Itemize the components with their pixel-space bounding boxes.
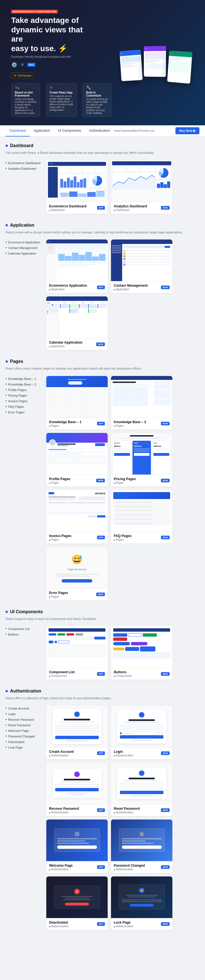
comp-checkbox-example: [55, 641, 57, 643]
card-faq[interactable]: FAQ Pages Pages NEW: [111, 490, 172, 544]
card-welcome-name: Welcome Page: [49, 864, 73, 867]
card-password-changed[interactable]: 🔒 Password Changed Authentication: [111, 819, 172, 873]
sidebar-item-create-account[interactable]: Create Account: [6, 706, 42, 711]
sidebar-item-ecommerce-app[interactable]: Ecommerce Application: [6, 240, 42, 245]
card-profile-info: Profile Pages Pages: [49, 477, 70, 484]
card-profile[interactable]: Profile Pages Pages NEW: [46, 433, 108, 487]
card-password-changed-preview: 🔒: [111, 819, 172, 861]
sidebar-item-invoice[interactable]: Invoice Pages: [6, 398, 42, 404]
nav-ui-components[interactable]: UI Components: [54, 125, 85, 137]
sidebar-item-buttons[interactable]: Buttons: [6, 632, 42, 637]
card-lock-page-info: Lock Page Authentication: [114, 921, 133, 928]
sidebar-item-kb2[interactable]: Knowledge Base – 2: [6, 382, 42, 387]
comp-badge-green: [57, 633, 65, 636]
hero-feature-create: ⚛ Create React App Vite supports you to …: [46, 83, 77, 117]
card-buttons[interactable]: Buttons Components NEW: [111, 626, 172, 680]
nav-authentication[interactable]: Authentication: [85, 125, 114, 137]
authentication-content: Create Account Login Recover Password Re…: [6, 706, 199, 930]
card-component-list-info: Component List Components: [49, 670, 75, 678]
card-lock-page[interactable]: 🔐 Lock Page Authenticat: [111, 877, 172, 930]
sidebar-item-analytics-dashboard[interactable]: Analytics Dashboard: [6, 166, 42, 171]
sidebar-item-login[interactable]: Login: [6, 711, 42, 717]
sidebar-item-kb1[interactable]: Knowledge Base – 1: [6, 376, 42, 382]
lock-icon: 🔐: [139, 888, 145, 893]
card-calendar-badge: NEW: [96, 342, 105, 346]
nav-buy-button[interactable]: Buy Now ▶: [175, 127, 199, 134]
card-ecommerce-category: Dashboard: [49, 208, 86, 212]
card-reset-password[interactable]: Reset Password Authentication NEW: [111, 762, 172, 816]
hero-preview-box[interactable]: Full Preview: [11, 72, 34, 79]
hero-feature-customizer: 🔧 Built-in Customizer To speed setting u…: [83, 83, 111, 117]
card-ecommerce-footer: Ecommerce Dashboard Dashboard APP: [46, 202, 108, 214]
card-deactivated[interactable]: ✕ Deactivated Authentica: [46, 877, 108, 930]
deact-icon: ✕: [74, 889, 80, 894]
card-buttons-category: Components: [114, 675, 132, 678]
nav-application[interactable]: Application: [30, 125, 54, 137]
sidebar-item-ecommerce-dashboard[interactable]: Ecommerce Dashboard: [6, 160, 42, 166]
card-analytics-dashboard[interactable]: Analytics Dashboard Dashboard NEW: [111, 160, 172, 214]
card-pricing-preview: BASIC $9/mo PRO $19/mo: [111, 433, 172, 475]
card-contact-management[interactable]: Contact Management Application NEW: [111, 240, 172, 293]
nav-website: www.DownloadNewThemes.com: [114, 129, 155, 132]
card-recover-password[interactable]: Recover Password Authentication APP: [46, 762, 108, 816]
sidebar-item-recover-password[interactable]: Recover Password: [6, 717, 42, 722]
sidebar-item-pricing[interactable]: Pricing Pages: [6, 393, 42, 398]
application-cards: Ecommerce Application Application APP: [46, 240, 199, 350]
sidebar-item-profile[interactable]: Profile Pages: [6, 387, 42, 393]
card-kb2[interactable]: Knowledge Base – 2 Pages NEW: [111, 376, 172, 430]
sidebar-item-deactivated[interactable]: Deactivated: [6, 739, 42, 745]
card-invoice[interactable]: INVOICE: [46, 490, 108, 544]
card-ecommerce-name: Ecommerce Dashboard: [49, 204, 86, 208]
card-deactivated-name: Deactivated: [49, 921, 68, 924]
card-invoice-category: Pages: [49, 538, 72, 541]
card-component-list-preview: [46, 626, 108, 668]
card-login[interactable]: Login Authentication NEW: [111, 706, 172, 759]
card-contact-info: Contact Management Application: [114, 283, 148, 291]
sidebar-item-contact-mgmt[interactable]: Contact Management: [6, 245, 42, 251]
card-component-list[interactable]: Component List Components APP: [46, 626, 108, 680]
main-content: Dashboard Full control with React, a Rea…: [0, 137, 205, 946]
sidebar-item-password-changed[interactable]: Password Changed: [6, 733, 42, 739]
dashboard-dot: [6, 145, 8, 147]
sidebar-item-welcome-page[interactable]: Welcome Page: [6, 728, 42, 733]
card-error-name: Error Pages: [49, 591, 68, 595]
card-pricing-info: Pricing Pages Pages: [114, 477, 136, 484]
sidebar-item-faq[interactable]: FAQ Pages: [6, 404, 42, 409]
sidebar-item-error[interactable]: Error Pages: [6, 409, 42, 415]
card-reset-badge: NEW: [161, 808, 170, 812]
ui-components-desc: React supports easy to learn UI componen…: [6, 617, 199, 621]
card-deactivated-preview: ✕: [46, 877, 108, 918]
card-calendar-app[interactable]: Aug: [46, 296, 108, 350]
card-profile-category: Pages: [49, 481, 70, 484]
dashboard-section-title: Dashboard: [6, 143, 199, 148]
pages-section-title: Pages: [6, 359, 199, 364]
card-kb2-preview: [111, 376, 172, 418]
card-ecommerce-app-badge: APP: [97, 286, 105, 289]
card-kb2-name: Knowledge Base – 2: [114, 420, 146, 424]
sidebar-item-calendar-app[interactable]: Calendar Application: [6, 251, 42, 256]
card-pricing-badge: NEW: [161, 479, 170, 482]
sidebar-item-reset-password[interactable]: Reset Password: [6, 722, 42, 728]
nav-dashboard[interactable]: Dashboard: [6, 125, 30, 137]
main-nav[interactable]: Dashboard Application UI Components Auth…: [0, 125, 205, 137]
card-pricing[interactable]: BASIC $9/mo PRO $19/mo: [111, 433, 172, 487]
application-section: Application React comes with a design sy…: [6, 223, 199, 350]
authentication-dot: [6, 690, 8, 692]
card-kb1-badge: APP: [97, 422, 105, 425]
sidebar-item-lock-page[interactable]: Lock Page: [6, 745, 42, 750]
card-ecommerce-app-name: Ecommerce Application: [49, 283, 87, 288]
card-ecommerce-dashboard[interactable]: Ecommerce Dashboard Dashboard APP: [46, 160, 108, 214]
card-create-account[interactable]: Create Account Authentication APP: [46, 706, 108, 759]
card-welcome-preview: ✓: [46, 819, 108, 861]
pages-content: Knowledge Base – 1 Knowledge Base – 2 Pr…: [6, 376, 199, 600]
card-contact-badge: NEW: [161, 286, 170, 289]
card-welcome[interactable]: ✓ Welcome Page Authentication: [46, 819, 108, 873]
sidebar-item-component-list[interactable]: Component List: [6, 626, 42, 632]
card-deactivated-info: Deactivated Authentication: [49, 921, 68, 928]
card-error[interactable]: 😅 Page Not Found Error Pages: [46, 547, 108, 600]
comp-badge-gray: [75, 633, 83, 636]
card-kb1[interactable]: How can we help you?: [46, 376, 108, 430]
card-error-category: Pages: [49, 595, 68, 598]
card-ecommerce-app[interactable]: Ecommerce Application Application APP: [46, 240, 108, 293]
dashboard-desc: Full control with React, a React dashboa…: [6, 150, 199, 155]
